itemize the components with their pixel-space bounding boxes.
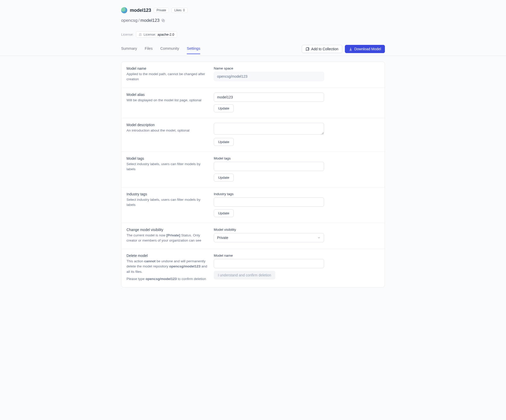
delete-confirm-button[interactable]: I understand and confirm deletion: [214, 271, 275, 279]
bookmark-icon: [306, 47, 309, 51]
private-badge: Private: [154, 8, 169, 13]
license-value: apache-2.0: [158, 33, 174, 36]
delete-desc-repo: opencsg/model123: [169, 264, 201, 268]
model-alias-input[interactable]: [214, 93, 324, 102]
delete-desc-cannot: cannot: [144, 259, 155, 263]
breadcrumb-org[interactable]: opencsg: [121, 18, 138, 23]
delete-desc-pfx: This action: [126, 259, 144, 263]
model-tags-label: Model tags: [214, 156, 324, 160]
license-row: License: ⚖ License: apache-2.0: [121, 31, 385, 38]
visibility-desc-status: [Private]: [166, 233, 180, 237]
model-title: model123: [130, 8, 151, 13]
avatar: [121, 7, 127, 13]
delete-title: Delete model: [126, 254, 209, 258]
settings-card: Model name Applied to the model path, ca…: [121, 62, 385, 287]
tab-summary[interactable]: Summary: [121, 46, 137, 54]
row-visibility: Change model visibility The current mode…: [121, 223, 385, 249]
model-description-desc: An introduction about the model, optiona…: [126, 128, 209, 133]
visibility-value: Private: [217, 236, 228, 240]
industry-tags-update-button[interactable]: Update: [214, 209, 234, 217]
row-model-alias: Model alias Will be displayed on the mod…: [121, 88, 385, 118]
breadcrumb: opencsg / model123: [121, 18, 385, 23]
visibility-title: Change model visibility: [126, 228, 209, 232]
breadcrumb-name: model123: [140, 18, 160, 23]
model-tags-desc: Select industry labels, users can filter…: [126, 162, 209, 172]
delete-desc: This action cannot be undone and will pe…: [126, 259, 209, 274]
visibility-desc-pfx: The current model is now: [126, 233, 166, 237]
tabs: Summary Files Community Settings: [121, 46, 200, 54]
model-name-title: Model name: [126, 66, 209, 71]
download-icon: [349, 47, 353, 51]
row-model-name: Model name Applied to the model path, ca…: [121, 62, 385, 88]
scale-icon: ⚖: [139, 33, 142, 36]
row-model-tags: Model tags Select industry labels, users…: [121, 152, 385, 187]
tab-files[interactable]: Files: [145, 46, 153, 54]
industry-tags-label: Industry tags: [214, 192, 324, 196]
industry-tags-desc: Select industry labels, users can filter…: [126, 197, 209, 208]
add-to-collection-label: Add to Collection: [311, 47, 338, 51]
alias-update-button[interactable]: Update: [214, 104, 234, 112]
model-tags-input[interactable]: [214, 162, 324, 171]
license-label: License:: [121, 33, 133, 36]
industry-tags-title: Industry tags: [126, 192, 209, 196]
model-tags-title: Model tags: [126, 156, 209, 161]
delete-confirm-input[interactable]: [214, 259, 324, 268]
chevron-down-icon: [317, 236, 321, 239]
model-alias-desc: Will be displayed on the model list page…: [126, 98, 209, 103]
namespace-input: [214, 72, 324, 81]
tab-community[interactable]: Community: [160, 46, 179, 54]
likes-label: Likes: [174, 8, 181, 12]
industry-tags-input[interactable]: [214, 197, 324, 207]
model-description-input[interactable]: [214, 123, 324, 135]
visibility-field-label: Model visibility: [214, 228, 324, 232]
header-actions: Add to Collection Download Model: [302, 45, 385, 56]
delete-confirm-sfx: to confirm deletion: [177, 277, 206, 281]
model-tags-update-button[interactable]: Update: [214, 174, 234, 182]
model-name-desc: Applied to the model path, cannot be cha…: [126, 72, 209, 82]
download-label: Download Model: [354, 47, 381, 51]
row-delete-model: Delete model This action cannot be undon…: [121, 249, 385, 287]
likes-badge[interactable]: Likes 0: [171, 8, 188, 13]
breadcrumb-sep: /: [138, 18, 140, 23]
delete-confirm-pfx: Please type: [126, 277, 145, 281]
namespace-label: Name space: [214, 66, 324, 70]
row-model-description: Model description An introduction about …: [121, 118, 385, 152]
delete-confirm: Please type opencsg/model123 to confirm …: [126, 276, 209, 282]
copy-icon[interactable]: [161, 18, 165, 23]
title-row: model123 Private Likes 0: [121, 7, 385, 13]
row-industry-tags: Industry tags Select industry labels, us…: [121, 187, 385, 223]
add-to-collection-button[interactable]: Add to Collection: [302, 45, 342, 53]
delete-confirm-repo: opencsg/model123: [145, 277, 177, 281]
model-alias-title: Model alias: [126, 93, 209, 97]
tab-settings[interactable]: Settings: [187, 46, 200, 54]
license-badge[interactable]: ⚖ License: apache-2.0: [136, 31, 177, 38]
description-update-button[interactable]: Update: [214, 138, 234, 146]
model-description-title: Model description: [126, 123, 209, 127]
likes-count: 0: [183, 8, 185, 12]
visibility-desc: The current model is now [Private] Statu…: [126, 233, 209, 243]
visibility-select[interactable]: Private: [214, 233, 324, 242]
download-model-button[interactable]: Download Model: [345, 45, 385, 53]
delete-field-label: Model name: [214, 254, 324, 257]
license-prefix: License:: [143, 33, 156, 36]
